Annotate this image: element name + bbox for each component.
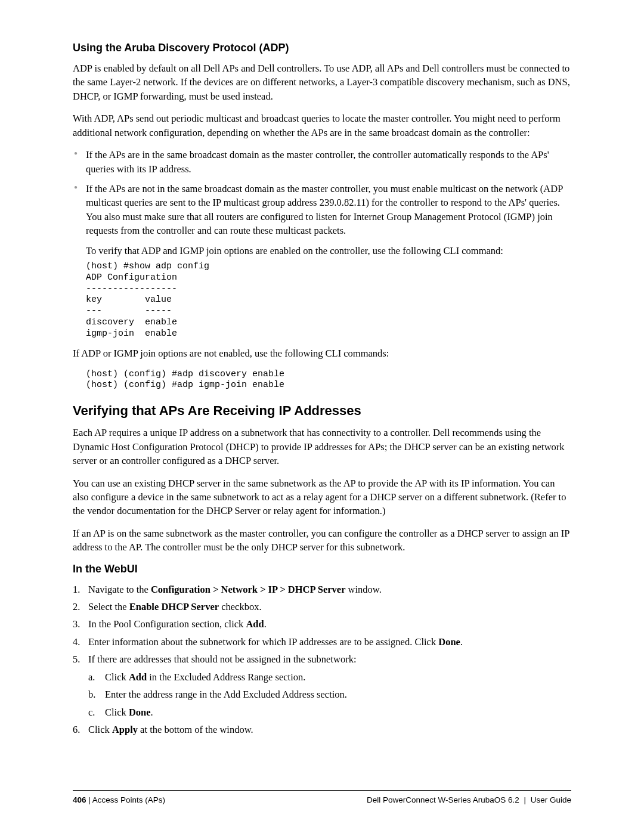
step-1: 1.Navigate to the Configuration > Networ… xyxy=(73,583,571,596)
footer-sep: | xyxy=(522,795,528,804)
step-text: Click xyxy=(105,671,129,683)
paragraph: You can use an existing DHCP server in t… xyxy=(73,476,571,518)
paragraph: If an AP is on the same subnetwork as th… xyxy=(73,527,571,555)
footer-section: Access Points (APs) xyxy=(92,795,165,804)
step-text: checkbox. xyxy=(219,601,261,612)
section-heading-verify-ip: Verifying that APs Are Receiving IP Addr… xyxy=(73,403,571,419)
footer-product: Dell PowerConnect W-Series ArubaOS 6.2 xyxy=(367,795,519,804)
button-label: Apply xyxy=(112,724,138,735)
step-text: . xyxy=(460,636,463,648)
step-3: 3.In the Pool Configuration section, cli… xyxy=(73,617,571,631)
step-text: Select the xyxy=(88,601,129,612)
step-4: 4.Enter information about the subnetwork… xyxy=(73,635,571,649)
bullet-list: If the APs are in the same broadcast dom… xyxy=(73,148,571,238)
paragraph: To verify that ADP and IGMP join options… xyxy=(86,244,571,258)
nav-path: Configuration > Network > IP > DHCP Serv… xyxy=(151,584,346,595)
footer-doc: User Guide xyxy=(531,795,571,804)
ordered-steps: 1.Navigate to the Configuration > Networ… xyxy=(73,583,571,737)
bullet-item: If the APs are in the same broadcast dom… xyxy=(73,148,571,176)
button-label: Done xyxy=(438,636,460,648)
step-text: Click xyxy=(88,724,112,735)
substeps: a.Click Add in the Excluded Address Rang… xyxy=(88,670,571,719)
page-number: 406 xyxy=(73,795,86,804)
step-text: Navigate to the xyxy=(88,584,151,595)
step-text: If there are addresses that should not b… xyxy=(88,654,357,665)
page-content: Using the Aruba Discovery Protocol (ADP)… xyxy=(0,0,644,736)
paragraph: ADP is enabled by default on all Dell AP… xyxy=(73,61,571,103)
paragraph: With ADP, APs send out periodic multicas… xyxy=(73,112,571,140)
section-heading-adp: Using the Aruba Discovery Protocol (ADP) xyxy=(73,42,571,54)
step-5: 5.If there are addresses that should not… xyxy=(73,652,571,719)
cli-block: (host) (config) #adp discovery enable (h… xyxy=(86,369,571,392)
step-6: 6.Click Apply at the bottom of the windo… xyxy=(73,723,571,736)
paragraph: If ADP or IGMP join options are not enab… xyxy=(73,346,571,360)
step-text: . xyxy=(264,618,267,630)
page-footer: 406 | Access Points (APs) Dell PowerConn… xyxy=(73,790,571,804)
step-text: Enter the address range in the Add Exclu… xyxy=(105,689,347,700)
paragraph: Each AP requires a unique IP address on … xyxy=(73,426,571,467)
substep-a: a.Click Add in the Excluded Address Rang… xyxy=(88,670,571,684)
step-text: window. xyxy=(345,584,381,595)
footer-right: Dell PowerConnect W-Series ArubaOS 6.2 |… xyxy=(367,795,571,804)
cli-block: (host) #show adp config ADP Configuratio… xyxy=(86,261,571,339)
button-label: Add xyxy=(129,671,147,683)
subheading-webui: In the WebUI xyxy=(73,563,571,575)
step-text: at the bottom of the window. xyxy=(138,724,253,735)
checkbox-label: Enable DHCP Server xyxy=(129,601,219,612)
step-text: Click xyxy=(105,707,129,718)
bullet-item: If the APs are not in the same broadcast… xyxy=(73,182,571,238)
button-label: Add xyxy=(246,618,264,630)
step-text: in the Excluded Address Range section. xyxy=(147,671,305,683)
button-label: Done xyxy=(129,707,151,718)
substep-b: b.Enter the address range in the Add Exc… xyxy=(88,688,571,701)
step-text: . xyxy=(151,707,153,718)
step-text: In the Pool Configuration section, click xyxy=(88,618,246,630)
step-text: Enter information about the subnetwork f… xyxy=(88,636,438,648)
step-2: 2.Select the Enable DHCP Server checkbox… xyxy=(73,600,571,614)
substep-c: c.Click Done. xyxy=(88,705,571,719)
footer-left: 406 | Access Points (APs) xyxy=(73,795,165,804)
footer-sep: | xyxy=(86,795,92,804)
